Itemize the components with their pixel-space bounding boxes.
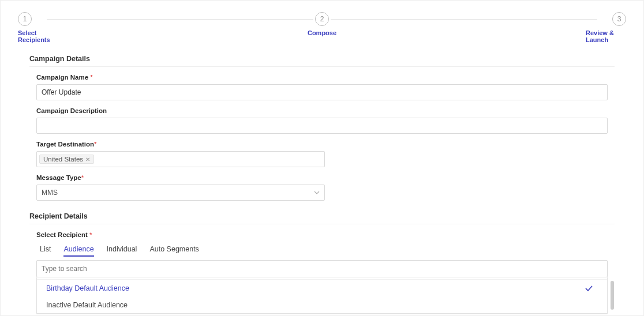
step-3-num: 3 — [617, 15, 621, 23]
step-3-circle: 3 — [612, 12, 626, 26]
campaign-name-label-text: Campaign Name — [36, 74, 88, 81]
required-asterisk: * — [81, 174, 84, 181]
audience-option-label: Inactive Default Audience — [46, 301, 128, 309]
remove-tag-icon[interactable]: ✕ — [85, 156, 90, 163]
step-1[interactable]: 1 Select Recipients — [18, 12, 58, 43]
step-3[interactable]: 3 Review & Launch — [586, 12, 626, 43]
message-type-field: Message Type* MMS — [29, 174, 615, 208]
campaign-details-section: Campaign Details Campaign Name * Campaig… — [1, 43, 643, 208]
audience-option-birthday[interactable]: Birthday Default Audience — [37, 280, 607, 297]
recipient-tabs: List Audience Individual Auto Segments — [29, 244, 615, 260]
step-2-num: 2 — [320, 15, 324, 23]
section-divider — [29, 224, 615, 224]
required-asterisk: * — [94, 141, 96, 148]
step-1-num: 1 — [23, 15, 27, 23]
tab-individual[interactable]: Individual — [107, 245, 137, 257]
message-type-value: MMS — [42, 189, 58, 197]
target-label-text: Target Destination — [36, 141, 94, 148]
tab-audience[interactable]: Audience — [63, 245, 93, 257]
audience-search-input[interactable] — [36, 260, 608, 277]
target-tag-united-states: United States ✕ — [39, 155, 94, 164]
check-icon — [584, 284, 593, 293]
required-asterisk: * — [89, 231, 92, 238]
audience-option-inactive[interactable]: Inactive Default Audience — [37, 297, 607, 313]
chevron-down-icon — [314, 190, 320, 195]
page: 1 Select Recipients 2 Compose 3 Review &… — [0, 0, 644, 316]
recipient-details-section: Recipient Details Select Recipient * Lis… — [1, 208, 643, 314]
tab-list[interactable]: List — [40, 245, 51, 257]
step-3-label: Review & Launch — [586, 29, 626, 43]
audience-search-wrap: Birthday Default Audience Inactive Defau… — [29, 260, 615, 314]
dropdown-scrollbar[interactable] — [611, 281, 614, 310]
campaign-desc-input[interactable] — [36, 118, 608, 134]
audience-option-label: Birthday Default Audience — [46, 284, 129, 292]
message-type-select[interactable]: MMS — [36, 185, 325, 201]
target-label: Target Destination* — [36, 141, 608, 148]
campaign-name-input[interactable] — [36, 84, 608, 100]
select-recipient-label: Select Recipient * — [36, 231, 608, 238]
section-divider — [29, 66, 615, 67]
campaign-name-label: Campaign Name * — [36, 74, 608, 81]
message-type-label: Message Type* — [36, 174, 608, 181]
step-2-circle: 2 — [315, 12, 329, 26]
target-destination-field: Target Destination* United States ✕ — [29, 141, 615, 174]
step-1-label: Select Recipients — [18, 29, 58, 43]
select-recipient-label-text: Select Recipient — [36, 231, 88, 238]
step-1-circle: 1 — [18, 12, 32, 26]
message-type-label-text: Message Type — [36, 174, 81, 181]
audience-dropdown: Birthday Default Audience Inactive Defau… — [36, 277, 608, 314]
step-2-label: Compose — [308, 29, 336, 36]
required-asterisk: * — [90, 74, 92, 81]
target-destination-input[interactable]: United States ✕ — [36, 151, 325, 167]
step-2[interactable]: 2 Compose — [58, 12, 586, 36]
stepper: 1 Select Recipients 2 Compose 3 Review &… — [1, 1, 643, 43]
recipient-section-title: Recipient Details — [29, 212, 615, 220]
campaign-desc-label: Campaign Description — [36, 107, 608, 114]
campaign-name-field: Campaign Name * — [29, 74, 615, 107]
tab-auto-segments[interactable]: Auto Segments — [149, 245, 199, 257]
campaign-section-title: Campaign Details — [29, 55, 615, 63]
target-tag-label: United States — [43, 156, 83, 163]
campaign-desc-field: Campaign Description — [29, 107, 615, 141]
select-recipient-field: Select Recipient * — [29, 231, 615, 244]
